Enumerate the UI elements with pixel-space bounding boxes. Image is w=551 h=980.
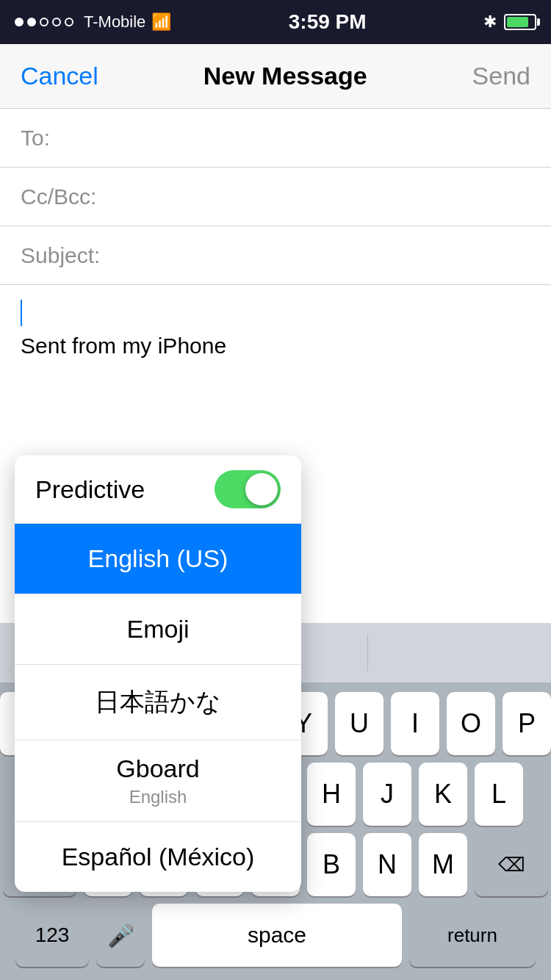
ccbcc-field-row: Cc/Bcc:: [0, 167, 551, 226]
nav-bar: Cancel New Message Send: [0, 44, 551, 109]
key-i[interactable]: I: [391, 692, 439, 755]
to-input[interactable]: [96, 126, 530, 151]
predictive-row: Predictive: [15, 455, 301, 524]
key-numbers[interactable]: 123: [15, 904, 89, 967]
status-time: 3:59 PM: [289, 10, 367, 34]
pred-word-3[interactable]: [368, 646, 551, 660]
wifi-icon: 📶: [151, 12, 171, 32]
key-return[interactable]: return: [409, 904, 536, 967]
status-bar: T-Mobile 📶 3:59 PM ✱: [0, 0, 551, 44]
dot4: [52, 18, 61, 26]
signature-text: Sent from my iPhone: [21, 334, 530, 359]
ccbcc-input[interactable]: [105, 184, 530, 209]
bluetooth-icon: ✱: [483, 12, 497, 32]
toggle-knob: [245, 473, 278, 505]
key-delete[interactable]: ⌫: [475, 833, 548, 896]
body-area[interactable]: Sent from my iPhone: [0, 285, 551, 403]
status-left: T-Mobile 📶: [15, 12, 171, 32]
page-title: New Message: [204, 62, 367, 90]
predictive-toggle[interactable]: [215, 470, 281, 508]
to-label: To:: [21, 126, 87, 151]
menu-item-espanol[interactable]: Español (México): [15, 822, 301, 892]
menu-item-english-us[interactable]: English (US): [15, 524, 301, 594]
carrier-label: T-Mobile: [84, 12, 145, 32]
key-o[interactable]: O: [447, 692, 495, 755]
key-l[interactable]: L: [475, 763, 523, 826]
key-space[interactable]: space: [152, 904, 402, 967]
subject-label: Subject:: [21, 243, 100, 268]
key-n[interactable]: N: [363, 833, 411, 896]
status-right: ✱: [483, 12, 536, 32]
cancel-button[interactable]: Cancel: [21, 62, 98, 90]
battery-icon: [504, 14, 536, 30]
subject-field-row: Subject:: [0, 226, 551, 285]
subject-input[interactable]: [109, 243, 530, 268]
key-p[interactable]: P: [503, 692, 551, 755]
dot2: [27, 18, 36, 26]
key-u[interactable]: U: [335, 692, 383, 755]
signal-dots: [15, 18, 73, 26]
key-j[interactable]: J: [363, 763, 411, 826]
menu-item-gboard[interactable]: Gboard English: [15, 741, 301, 822]
to-field-row: To:: [0, 109, 551, 167]
menu-item-gboard-sub: English: [35, 787, 281, 808]
predictive-label: Predictive: [35, 475, 145, 504]
keyboard-popup-menu: Predictive English (US) Emoji 日本語かな Gboa…: [15, 455, 301, 892]
menu-item-japanese[interactable]: 日本語かな: [15, 665, 301, 741]
dot5: [65, 18, 73, 26]
key-h[interactable]: H: [307, 763, 356, 826]
key-b[interactable]: B: [307, 833, 356, 896]
key-m[interactable]: M: [419, 833, 467, 896]
menu-item-emoji[interactable]: Emoji: [15, 594, 301, 665]
dot3: [40, 18, 48, 26]
dot1: [15, 18, 24, 26]
key-k[interactable]: K: [419, 763, 467, 826]
key-row-4: 123 🎤 space return: [6, 904, 545, 967]
battery-fill: [507, 17, 528, 27]
send-button[interactable]: Send: [472, 62, 530, 90]
text-cursor: [21, 300, 22, 326]
ccbcc-label: Cc/Bcc:: [21, 184, 96, 209]
key-microphone[interactable]: 🎤: [96, 904, 145, 967]
compose-area: To: Cc/Bcc: Subject:: [0, 109, 551, 285]
